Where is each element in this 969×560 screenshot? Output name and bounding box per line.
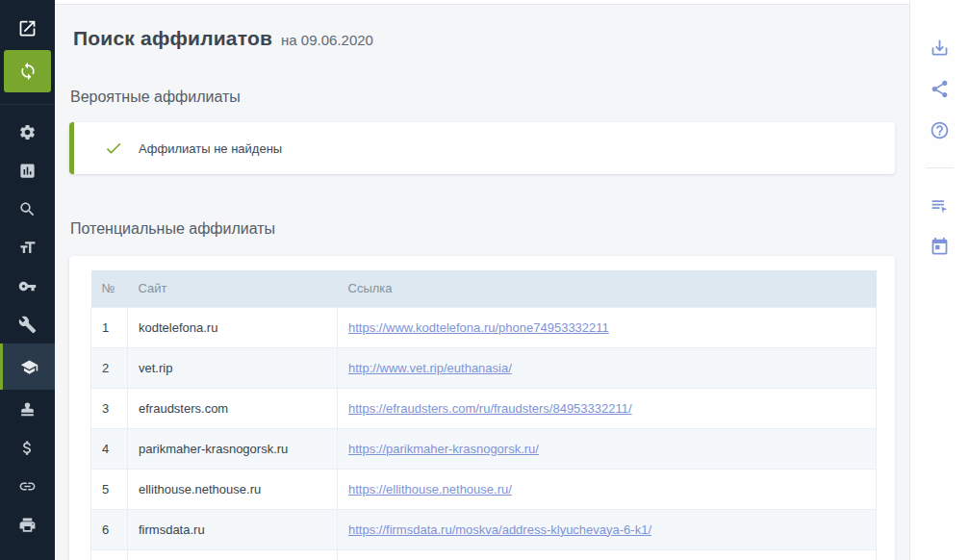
sidebar-item-settings[interactable] <box>0 113 55 151</box>
cell-site: kodtelefona.ru <box>128 307 338 347</box>
affiliates-table-body: 1kodtelefona.ruhttps://www.kodtelefona.r… <box>91 307 877 560</box>
table-row: 4parikmaher-krasnogorsk.ruhttps://parikm… <box>91 428 877 469</box>
affiliate-link[interactable]: https://www.kodtelefona.ru/phone74953332… <box>348 320 609 335</box>
sidebar-item-stamp[interactable] <box>0 390 55 428</box>
rail-divider <box>927 167 954 168</box>
column-header-link: Ссылка <box>338 270 877 307</box>
sync-icon <box>18 62 38 81</box>
table-header-row: № Сайт Ссылка <box>91 270 877 307</box>
sidebar-item-reports[interactable] <box>0 151 55 190</box>
main-content: Поиск аффилиатов на 09.06.2020 Вероятные… <box>55 0 909 560</box>
gear-icon <box>18 123 37 141</box>
cell-site: efraudsters.com <box>128 388 338 428</box>
page-header: Поиск аффилиатов на 09.06.2020 <box>73 27 895 50</box>
rail-item-share[interactable] <box>910 68 969 110</box>
calendar-icon <box>930 237 950 257</box>
column-header-site: Сайт <box>128 270 338 307</box>
cell-empty <box>91 549 128 560</box>
help-icon <box>930 120 950 140</box>
potential-affiliates-heading: Потенциальные аффилиаты <box>70 220 895 238</box>
search-icon <box>18 200 37 218</box>
printer-icon <box>18 516 37 534</box>
cell-link: https://ellithouse.nethouse.ru/ <box>338 469 877 509</box>
cell-link: https://parikmaher-krasnogorsk.ru/ <box>338 428 877 469</box>
cell-link: http://www.vet.rip/euthanasia/ <box>338 347 877 388</box>
playlist-add-icon <box>930 195 950 216</box>
right-rail <box>909 0 969 560</box>
sidebar-item-links[interactable] <box>0 467 55 505</box>
cell-site: parikmaher-krasnogorsk.ru <box>128 428 338 469</box>
table-row: 1kodtelefona.ruhttps://www.kodtelefona.r… <box>91 307 877 347</box>
table-row: 3efraudsters.comhttps://efraudsters.com/… <box>91 388 877 428</box>
no-affiliates-alert: Аффилиаты не найдены <box>69 122 895 174</box>
sidebar-item-finance[interactable] <box>0 428 55 467</box>
bar-chart-icon <box>18 162 37 180</box>
affiliates-table: № Сайт Ссылка 1kodtelefona.ruhttps://www… <box>90 270 877 560</box>
table-row: 2vet.riphttp://www.vet.rip/euthanasia/ <box>91 347 877 388</box>
alert-message: Аффилиаты не найдены <box>139 141 282 156</box>
page-title: Поиск аффилиатов <box>73 27 272 50</box>
external-link-icon <box>17 18 38 38</box>
stamp-icon <box>18 400 37 419</box>
probable-affiliates-heading: Вероятные аффилиаты <box>70 89 895 106</box>
key-icon <box>18 277 37 295</box>
wrench-icon <box>18 316 37 334</box>
font-size-icon <box>18 239 37 257</box>
share-icon <box>930 79 950 99</box>
cell-number: 2 <box>91 347 128 388</box>
table-row: 5ellithouse.nethouse.ruhttps://ellithous… <box>91 469 877 509</box>
page-date: на 09.06.2020 <box>281 32 373 48</box>
potential-affiliates-card: № Сайт Ссылка 1kodtelefona.ruhttps://www… <box>69 256 895 560</box>
cell-site: ellithouse.nethouse.ru <box>128 469 338 509</box>
rail-item-download[interactable] <box>910 27 969 68</box>
left-sidebar <box>0 0 55 560</box>
sidebar-item-open-external[interactable] <box>0 0 55 48</box>
check-icon <box>104 139 123 158</box>
cell-number: 3 <box>91 388 128 428</box>
rail-item-calendar[interactable] <box>910 226 969 267</box>
cell-number: 6 <box>91 509 128 549</box>
table-row: 6firmsdata.ruhttps://firmsdata.ru/moskva… <box>91 509 877 549</box>
cell-empty <box>338 549 877 560</box>
sidebar-item-font-size[interactable] <box>0 228 55 267</box>
cell-number: 5 <box>91 469 128 509</box>
table-row-partial <box>91 549 877 560</box>
sidebar-item-search[interactable] <box>0 190 55 228</box>
link-icon <box>18 477 37 496</box>
cell-empty <box>128 549 338 560</box>
sidebar-item-print[interactable] <box>0 505 55 544</box>
sidebar-item-sync[interactable] <box>4 50 51 92</box>
affiliate-link[interactable]: https://ellithouse.nethouse.ru/ <box>348 482 512 496</box>
sidebar-item-tools[interactable] <box>0 305 55 344</box>
dollar-icon <box>18 439 37 457</box>
column-header-number: № <box>91 270 128 307</box>
affiliate-link[interactable]: https://firmsdata.ru/moskva/address-klyu… <box>348 522 651 537</box>
rail-item-playlist-add[interactable] <box>910 185 969 226</box>
affiliate-link[interactable]: http://www.vet.rip/euthanasia/ <box>348 361 512 375</box>
cell-link: https://firmsdata.ru/moskva/address-klyu… <box>338 509 877 549</box>
sidebar-item-key[interactable] <box>0 267 55 305</box>
cell-site: firmsdata.ru <box>128 509 338 549</box>
affiliate-link[interactable]: https://parikmaher-krasnogorsk.ru/ <box>348 442 539 456</box>
download-icon <box>930 38 950 58</box>
cell-number: 1 <box>91 307 128 347</box>
graduation-cap-icon <box>20 358 38 376</box>
sidebar-item-affiliates-active[interactable] <box>0 344 55 390</box>
cell-site: vet.rip <box>128 347 338 388</box>
top-strip <box>55 0 909 5</box>
rail-item-help[interactable] <box>910 110 969 151</box>
affiliate-link[interactable]: https://efraudsters.com/ru/fraudsters/84… <box>348 401 632 416</box>
cell-link: https://efraudsters.com/ru/fraudsters/84… <box>338 388 877 428</box>
cell-link: https://www.kodtelefona.ru/phone74953332… <box>338 307 877 347</box>
cell-number: 4 <box>91 428 128 469</box>
